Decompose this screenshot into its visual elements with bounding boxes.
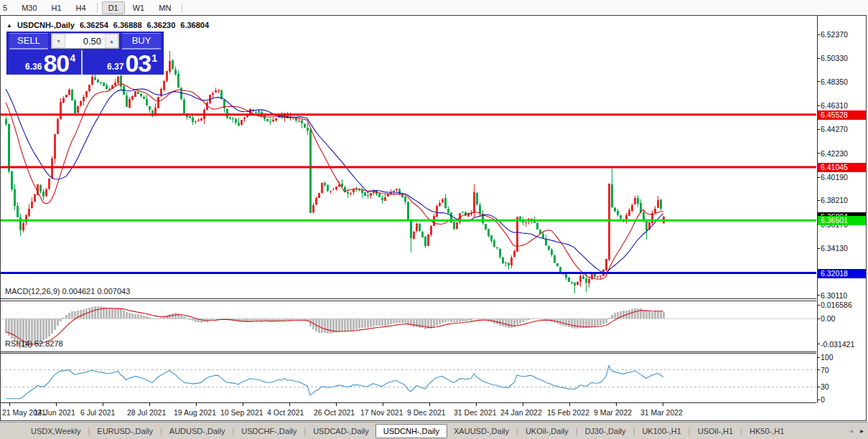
timeframe-h4[interactable]: H4: [70, 1, 93, 14]
buy-price-big: 03: [125, 52, 151, 74]
collapse-arrow-icon[interactable]: ▲: [6, 22, 12, 29]
tab-separator: |: [576, 427, 578, 435]
macd-indicator-label: MACD(12,26,9) 0.004621 0.007043: [5, 287, 130, 296]
macd-axis-tick: 0.00: [821, 314, 835, 324]
ohlc-value: 6.36804: [180, 21, 209, 29]
chart-tab-bar: USDX,Weekly|EURUSD-,Daily|AUDUSD-,Daily|…: [0, 422, 868, 439]
rsi-axis-tick: 30: [821, 382, 829, 392]
tab-scroll-left-icon[interactable]: ◂: [849, 427, 853, 435]
tab-usdcad-daily[interactable]: USDCAD-,Daily: [307, 425, 375, 438]
timeframe-5[interactable]: 5: [0, 1, 14, 14]
date-axis-label: 19 Aug 2021: [174, 408, 216, 417]
tab-uk100-h1[interactable]: UK100-,H1: [635, 425, 687, 438]
price-axis-tick: 6.48350: [821, 77, 848, 87]
price-axis-tick: 6.30110: [821, 291, 847, 301]
price-axis-tick: 6.38210: [821, 196, 848, 205]
volume-increase-icon[interactable]: ▲: [105, 34, 118, 48]
volume-spinner: ▼ ▲: [51, 33, 119, 49]
tab-separator: |: [516, 427, 518, 435]
tab-hk50-h1[interactable]: HK50-,H1: [743, 425, 790, 438]
date-axis-label: 17 Nov 2021: [360, 408, 403, 417]
macd-axis-tick: -0.031421: [821, 340, 854, 349]
tab-separator: |: [232, 427, 234, 435]
volume-decrease-icon[interactable]: ▼: [52, 34, 65, 48]
price-axis-tick: 6.50330: [821, 54, 848, 63]
date-axis-label: 9 Mar 2022: [594, 408, 632, 417]
tab-dj30-daily[interactable]: DJ30-,Daily: [579, 425, 633, 438]
rsi-axis-tick: 0: [821, 395, 825, 405]
tab-usoil-h1[interactable]: USOil-,H1: [691, 425, 740, 438]
tab-audusd-daily[interactable]: AUDUSD-,Daily: [163, 425, 232, 438]
buy-price-sup: 1: [151, 52, 157, 64]
date-axis-label: 24 Jan 2022: [500, 408, 542, 417]
date-axis-label: 31 Mar 2022: [640, 408, 683, 417]
ohlc-values: 6.362546.368886.362306.36804: [80, 21, 209, 29]
tab-separator: |: [740, 427, 742, 435]
tab-eurusd-daily[interactable]: EURUSD-,Daily: [90, 425, 159, 438]
level-price-label: 6.32018: [818, 269, 866, 278]
sell-price-big: 80: [43, 52, 69, 74]
date-axis-label: 15 Feb 2022: [547, 408, 589, 417]
date-axis-label: 4 Oct 2021: [267, 408, 304, 417]
tab-separator: |: [633, 427, 635, 435]
buy-price-small: 6.37: [107, 62, 123, 72]
date-axis-label: 9 Dec 2021: [407, 408, 446, 417]
price-axis-tick: 6.46310: [821, 101, 848, 110]
price-axis-tick: 6.42230: [821, 149, 848, 159]
ohlc-value: 6.36254: [80, 21, 108, 29]
tab-usdx-weekly[interactable]: USDX,Weekly: [24, 425, 87, 438]
timeframe-w1[interactable]: W1: [126, 1, 151, 14]
volume-input[interactable]: [65, 34, 105, 48]
price-axis-tick: 6.40190: [821, 173, 848, 182]
sell-price-sup: 4: [70, 52, 75, 64]
chart-window: ▲ USDCNH-,Daily 6.362546.368886.362306.3…: [0, 15, 867, 421]
date-axis-label: 26 Oct 2021: [314, 408, 355, 417]
one-click-trade-widget: SELL ▼ ▲ BUY 6.36 80 4 6.37 03: [6, 32, 164, 75]
toolbar-separator: [182, 3, 182, 13]
rsi-indicator-label: RSI(14) 52.8278: [5, 339, 63, 348]
tab-separator: |: [304, 427, 306, 435]
rsi-axis-tick: 100: [821, 353, 834, 362]
candles: [5, 51, 665, 293]
tab-xauusd-daily[interactable]: XAUUSD-,Daily: [447, 425, 515, 438]
mt4-terminal: 5M30H1H4D1W1MN ▲ USDCNH-,Daily 6.362546.…: [0, 0, 868, 439]
date-axis-label: 31 Dec 2021: [454, 408, 497, 417]
timeframe-h1[interactable]: H1: [45, 1, 68, 14]
rsi-axis-tick: 70: [821, 366, 829, 375]
tab-separator: |: [689, 427, 691, 435]
buy-button[interactable]: BUY: [122, 33, 161, 49]
tab-usdcnh-daily[interactable]: USDCNH-,Daily: [375, 424, 447, 438]
ohlc-value: 6.36888: [113, 21, 142, 29]
price-axis-tick: 6.34130: [821, 244, 848, 253]
chart-title-row: ▲ USDCNH-,Daily 6.362546.368886.362306.3…: [6, 21, 209, 29]
tab-scroll-arrows: ◂▸: [849, 427, 864, 435]
level-price-label: 6.36501: [818, 216, 866, 225]
date-axis-label: 28 Jul 2021: [127, 408, 166, 417]
level-price-label: 6.45528: [818, 110, 866, 120]
price-axis-tick: 6.52370: [821, 30, 848, 39]
tab-usdchf-daily[interactable]: USDCHF-,Daily: [235, 425, 303, 438]
tab-separator: |: [88, 427, 90, 435]
timeframe-m30[interactable]: M30: [15, 1, 43, 14]
timeframe-mn[interactable]: MN: [152, 1, 177, 14]
price-axis-tick: 6.44270: [821, 125, 848, 134]
level-price-label: 6.41045: [818, 163, 866, 172]
sell-price-small: 6.36: [25, 62, 42, 72]
date-axis-label: 6 Jul 2021: [80, 408, 115, 417]
sell-price-display[interactable]: 6.36 80 4: [7, 50, 83, 75]
macd-plot: [1, 306, 816, 348]
tab-separator: |: [160, 427, 162, 435]
macd-axis-tick: 0.016586: [821, 301, 852, 310]
ohlc-value: 6.36230: [147, 21, 176, 29]
sell-button[interactable]: SELL: [9, 33, 48, 49]
date-axis-label: 10 Sep 2021: [220, 408, 263, 417]
rsi-plot: [1, 366, 816, 399]
chart-title: USDCNH-,Daily: [17, 21, 75, 29]
date-axis-label: 14 Jun 2021: [34, 408, 75, 417]
tab-ukoil-daily[interactable]: UKOil-,Daily: [519, 425, 575, 438]
timeframe-d1[interactable]: D1: [102, 1, 125, 14]
timeframe-toolbar: 5M30H1H4D1W1MN: [0, 0, 868, 15]
toolbar-separator: [97, 3, 98, 13]
buy-price-display[interactable]: 6.37 03 1: [83, 50, 163, 75]
tab-scroll-right-icon[interactable]: ▸: [860, 427, 864, 435]
